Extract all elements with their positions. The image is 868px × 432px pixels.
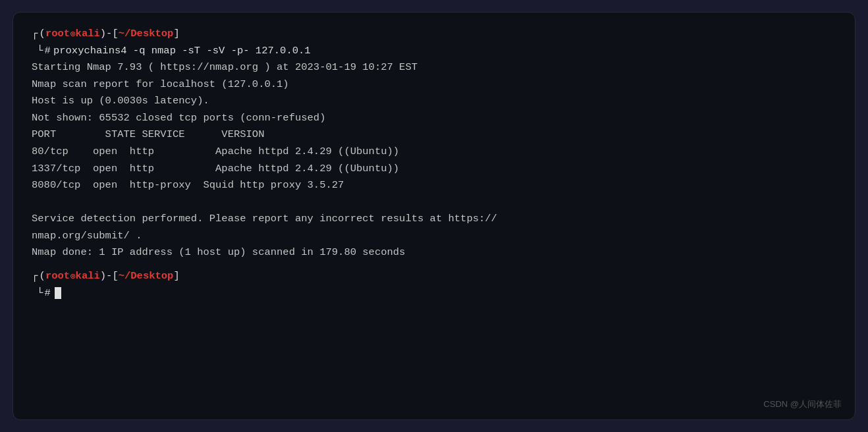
output-line-blank <box>32 194 836 211</box>
prompt-command-1: proxychains4 -q nmap -sT -sV -p- 127.0.0… <box>53 43 311 59</box>
watermark: CSDN @人间体佐菲 <box>763 398 842 410</box>
output-line-9: Service detection performed. Please repo… <box>32 211 836 228</box>
prompt-corner-top: ┌ <box>32 26 38 43</box>
prompt-dir-1: ~/Desktop <box>119 26 174 42</box>
prompt-skull-2: ⊗ <box>70 269 75 284</box>
prompt-machine-2: kali <box>76 268 100 284</box>
prompt-dir-2: ~/Desktop <box>119 268 174 284</box>
output-line-7: 1337/tcp open http Apache httpd 2.4.29 (… <box>32 161 836 178</box>
output-line-2: Nmap scan report for localhost (127.0.0.… <box>32 76 836 94</box>
prompt-hash-1: # <box>45 43 51 59</box>
prompt-corner-bottom: └ <box>37 43 43 60</box>
prompt-close-bracket-2: ] <box>173 268 179 284</box>
output-line-11: Nmap done: 1 IP address (1 host up) scan… <box>32 244 836 261</box>
output-line-6: 80/tcp open http Apache httpd 2.4.29 ((U… <box>32 144 836 161</box>
output-line-8: 8080/tcp open http-proxy Squid http prox… <box>32 177 836 194</box>
prompt-close-bracket-1: ] <box>173 26 179 42</box>
output-line-4: Not shown: 65532 closed tcp ports (conn-… <box>32 110 836 127</box>
terminal-window: ┌ (root⊗kali)-[~/Desktop] └ # proxychain… <box>13 12 855 420</box>
output-line-10: nmap.org/submit/ . <box>32 228 836 245</box>
terminal-content: ┌ (root⊗kali)-[~/Desktop] └ # proxychain… <box>32 26 836 302</box>
output-line-3: Host is up (0.0030s latency). <box>32 93 836 110</box>
prompt-open-paren-2: ( <box>40 268 45 284</box>
prompt-hash-2: # <box>45 285 51 302</box>
terminal-cursor <box>55 287 61 299</box>
prompt-corner-bottom-2: └ <box>37 285 43 302</box>
prompt-close-paren-1: )-[ <box>100 26 119 42</box>
prompt-machine-1: kali <box>76 26 100 42</box>
prompt-root-2: root <box>45 268 70 284</box>
prompt-open-paren-1: ( <box>40 26 45 42</box>
output-line-5: PORT STATE SERVICE VERSION <box>32 126 836 144</box>
prompt-skull-1: ⊗ <box>70 27 75 41</box>
prompt-root-1: root <box>45 26 70 42</box>
prompt-close-paren-2: )-[ <box>100 268 119 284</box>
prompt-1: ┌ (root⊗kali)-[~/Desktop] └ # proxychain… <box>32 26 836 59</box>
prompt-corner-top-2: ┌ <box>32 268 38 285</box>
prompt-2: ┌ (root⊗kali)-[~/Desktop] └ # <box>32 268 836 302</box>
output-line-1: Starting Nmap 7.93 ( https://nmap.org ) … <box>32 59 836 76</box>
